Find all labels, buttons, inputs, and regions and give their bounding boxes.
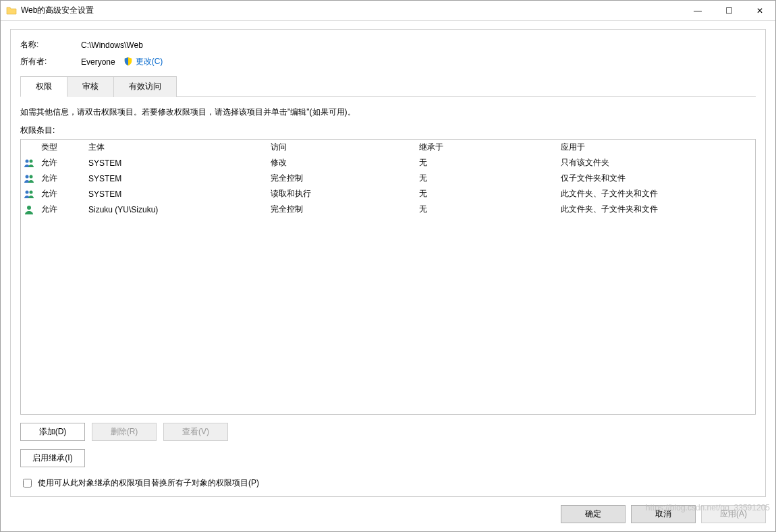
col-type[interactable]: 类型 xyxy=(37,140,84,155)
owner-label: 所有者: xyxy=(20,56,81,67)
cell-principal: SYSTEM xyxy=(84,171,267,186)
table-row[interactable]: 允许SYSTEM修改无只有该文件夹 xyxy=(21,155,755,171)
tab-effective-access[interactable]: 有效访问 xyxy=(114,76,177,97)
table-row[interactable]: 允许SYSTEM完全控制无仅子文件夹和文件 xyxy=(21,171,755,186)
minimize-button[interactable]: — xyxy=(682,1,713,20)
owner-row: 所有者: Everyone 更改(C) xyxy=(20,56,756,67)
remove-button[interactable]: 删除(R) xyxy=(92,423,157,441)
cell-inherited-from: 无 xyxy=(415,186,557,202)
cell-principal: Sizuku (YU\Sizuku) xyxy=(84,202,267,217)
permission-entries-table[interactable]: 类型 主体 访问 继承于 应用于 允许SYSTEM修改无只有该文件夹允许SYST… xyxy=(20,139,756,415)
inner-frame: 名称: C:\Windows\Web 所有者: Everyone 更改(C) 权… xyxy=(10,29,766,497)
window-buttons: — ☐ ✕ xyxy=(682,1,775,20)
owner-value: Everyone xyxy=(81,57,115,67)
name-row: 名称: C:\Windows\Web xyxy=(20,39,756,51)
tab-strip: 权限 审核 有效访问 xyxy=(20,76,756,97)
dialog-footer: 确定 取消 应用(A) xyxy=(1,497,775,531)
apply-button[interactable]: 应用(A) xyxy=(701,505,766,523)
principal-icon xyxy=(21,155,37,171)
cell-applies-to: 此文件夹、子文件夹和文件 xyxy=(557,186,755,202)
shield-icon xyxy=(123,57,136,67)
cell-type: 允许 xyxy=(37,186,84,202)
content-area: 名称: C:\Windows\Web 所有者: Everyone 更改(C) 权… xyxy=(1,21,775,497)
table-row[interactable]: 允许SYSTEM读取和执行无此文件夹、子文件夹和文件 xyxy=(21,186,755,202)
cell-access: 完全控制 xyxy=(267,202,415,217)
col-icon xyxy=(21,140,37,155)
svg-point-6 xyxy=(27,206,31,210)
maximize-button[interactable]: ☐ xyxy=(713,1,744,20)
cell-type: 允许 xyxy=(37,171,84,186)
dialog-window: Web的高级安全设置 — ☐ ✕ 名称: C:\Windows\Web 所有者:… xyxy=(0,0,776,532)
cell-applies-to: 此文件夹、子文件夹和文件 xyxy=(557,202,755,217)
titlebar: Web的高级安全设置 — ☐ ✕ xyxy=(1,1,775,21)
cell-applies-to: 只有该文件夹 xyxy=(557,155,755,171)
replace-child-row[interactable]: 使用可从此对象继承的权限项目替换所有子对象的权限项目(P) xyxy=(20,477,756,490)
col-principal[interactable]: 主体 xyxy=(84,140,267,155)
permission-entries-label: 权限条目: xyxy=(20,125,756,136)
change-owner-link[interactable]: 更改(C) xyxy=(136,56,163,67)
table-header-row: 类型 主体 访问 继承于 应用于 xyxy=(21,140,755,155)
cell-principal: SYSTEM xyxy=(84,186,267,202)
svg-point-3 xyxy=(30,175,33,178)
principal-icon xyxy=(21,171,37,186)
window-title: Web的高级安全设置 xyxy=(21,5,682,16)
cell-applies-to: 仅子文件夹和文件 xyxy=(557,171,755,186)
cell-inherited-from: 无 xyxy=(415,202,557,217)
enable-inheritance-button[interactable]: 启用继承(I) xyxy=(20,449,85,467)
replace-child-label: 使用可从此对象继承的权限项目替换所有子对象的权限项目(P) xyxy=(38,477,259,489)
tab-auditing[interactable]: 审核 xyxy=(67,76,114,97)
tab-permissions[interactable]: 权限 xyxy=(20,76,67,97)
ok-button[interactable]: 确定 xyxy=(561,505,626,523)
svg-point-1 xyxy=(30,159,33,162)
principal-icon xyxy=(21,186,37,202)
principal-icon xyxy=(21,202,37,217)
cell-access: 完全控制 xyxy=(267,171,415,186)
cell-type: 允许 xyxy=(37,155,84,171)
add-button[interactable]: 添加(D) xyxy=(20,423,85,441)
name-value: C:\Windows\Web xyxy=(81,40,143,50)
col-applies-to[interactable]: 应用于 xyxy=(557,140,755,155)
instructions-text: 如需其他信息，请双击权限项目。若要修改权限项目，请选择该项目并单击"编辑"(如果… xyxy=(20,107,756,118)
cell-type: 允许 xyxy=(37,202,84,217)
svg-point-0 xyxy=(26,159,29,162)
cell-inherited-from: 无 xyxy=(415,155,557,171)
replace-child-checkbox[interactable] xyxy=(23,479,32,487)
svg-point-2 xyxy=(26,175,29,178)
close-button[interactable]: ✕ xyxy=(744,1,775,20)
inherit-button-row: 启用继承(I) xyxy=(20,449,756,467)
col-access[interactable]: 访问 xyxy=(267,140,415,155)
cell-inherited-from: 无 xyxy=(415,171,557,186)
name-label: 名称: xyxy=(20,39,81,51)
cancel-button[interactable]: 取消 xyxy=(631,505,696,523)
svg-point-4 xyxy=(26,190,29,194)
cell-principal: SYSTEM xyxy=(84,155,267,171)
folder-icon xyxy=(6,5,17,16)
col-inherited-from[interactable]: 继承于 xyxy=(415,140,557,155)
cell-access: 读取和执行 xyxy=(267,186,415,202)
cell-access: 修改 xyxy=(267,155,415,171)
view-button[interactable]: 查看(V) xyxy=(163,423,228,441)
table-row[interactable]: 允许Sizuku (YU\Sizuku)完全控制无此文件夹、子文件夹和文件 xyxy=(21,202,755,217)
entry-buttons-row: 添加(D) 删除(R) 查看(V) xyxy=(20,423,756,441)
svg-point-5 xyxy=(30,190,33,194)
